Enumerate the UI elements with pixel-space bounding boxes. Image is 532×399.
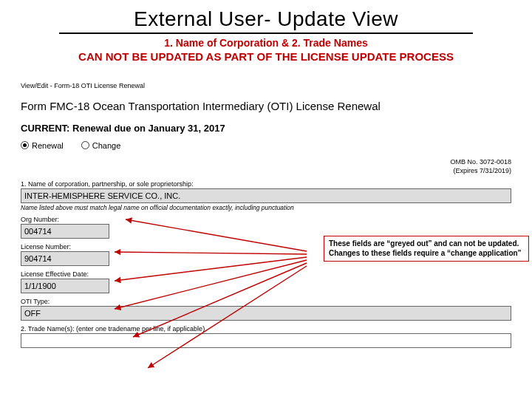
radio-change-label: Change — [92, 141, 121, 150]
field-name-value: INTER-HEMISPHERE SERVICE CO., INC. — [21, 188, 511, 203]
field-trade-label: 2. Trade Name(s): (enter one tradename p… — [21, 325, 511, 332]
radio-dot-icon — [81, 141, 89, 149]
omb-expires: (Expires 7/31/2019) — [21, 166, 511, 176]
field-effdate-label: License Effective Date: — [21, 270, 511, 278]
current-renewal-line: CURRENT: Renewal due on January 31, 2017 — [21, 123, 511, 134]
field-org-label: Org Number: — [21, 216, 511, 223]
title-underline — [59, 33, 473, 34]
radio-renewal-label: Renewal — [32, 141, 64, 150]
field-otitype-label: OTI Type: — [21, 298, 511, 305]
field-otitype-value: OFF — [21, 306, 511, 321]
form-header: Form FMC-18 Ocean Transportation Interme… — [21, 100, 511, 112]
subtitle-line-2: CAN NOT BE UPDATED AS PART OF THE LICENS… — [0, 50, 532, 63]
radio-change[interactable]: Change — [81, 141, 121, 150]
field-effdate-value: 1/1/1900 — [21, 279, 109, 293]
field-org-value: 004714 — [21, 224, 109, 239]
callout-line-1: These fields are “greyed out” and can no… — [329, 239, 524, 249]
field-name-helper: Name listed above must match legal name … — [21, 204, 511, 211]
omb-block: OMB No. 3072-0018 (Expires 7/31/2019) — [21, 157, 511, 176]
field-name-label: 1. Name of corporation, partnership, or … — [21, 180, 511, 188]
field-license-value: 904714 — [21, 251, 109, 266]
callout-box: These fields are “greyed out” and can no… — [324, 236, 529, 262]
callout-line-2: Changes to these fields require a “chang… — [329, 249, 524, 259]
field-trade-value[interactable] — [21, 333, 511, 348]
radio-row: Renewal Change — [21, 141, 511, 150]
subtitle-line-1: 1. Name of Corporation & 2. Trade Names — [0, 37, 532, 49]
form-area: View/Edit - Form-18 OTI License Renewal … — [21, 82, 511, 348]
omb-number: OMB No. 3072-0018 — [21, 157, 511, 167]
radio-renewal[interactable]: Renewal — [21, 141, 64, 150]
page-title: External User- Update View — [0, 7, 532, 31]
breadcrumb: View/Edit - Form-18 OTI License Renewal — [21, 82, 511, 89]
radio-dot-selected-icon — [21, 141, 29, 149]
